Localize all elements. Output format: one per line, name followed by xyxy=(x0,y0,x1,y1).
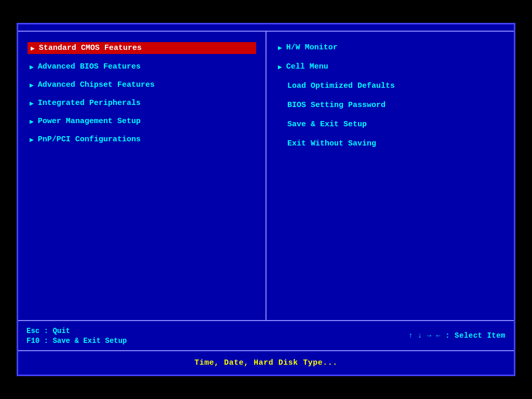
status-left: Esc : Quit F10 : Save & Exit Setup xyxy=(26,327,127,345)
right-menu-item-load-defaults[interactable]: Load Optimized Defaults xyxy=(276,81,504,91)
menu-item-label: Integrated Peripherals xyxy=(38,99,141,108)
left-menu-item-advanced-chipset[interactable]: ▶Advanced Chipset Features xyxy=(28,79,256,90)
menu-item-label: Cell Menu xyxy=(286,62,328,71)
bios-screen: ▶Standard CMOS Features▶Advanced BIOS Fe… xyxy=(17,23,515,376)
menu-item-label: H/W Monitor xyxy=(286,43,338,52)
right-menu-item-bios-password[interactable]: BIOS Setting Password xyxy=(276,100,504,111)
menu-arrow-icon: ▶ xyxy=(278,44,282,52)
menu-item-label: Save & Exit Setup xyxy=(287,120,367,129)
item-description: Time, Date, Hard Disk Type... xyxy=(18,351,514,375)
bios-title xyxy=(18,24,514,32)
menu-arrow-icon: ▶ xyxy=(30,81,34,89)
menu-arrow-icon: ▶ xyxy=(31,44,35,52)
menu-item-label: Advanced Chipset Features xyxy=(38,81,155,89)
right-menu-item-save-exit[interactable]: Save & Exit Setup xyxy=(276,119,504,130)
menu-item-label: Power Management Setup xyxy=(38,117,141,126)
right-menu: ▶H/W Monitor▶Cell MenuLoad Optimized Def… xyxy=(267,32,514,320)
left-menu-item-advanced-bios[interactable]: ▶Advanced BIOS Features xyxy=(28,61,256,72)
right-menu-item-exit-no-save[interactable]: Exit Without Saving xyxy=(276,138,504,149)
menu-arrow-icon: ▶ xyxy=(30,136,34,144)
left-menu-item-power-management[interactable]: ▶Power Management Setup xyxy=(28,116,256,127)
status-f10: F10 : Save & Exit Setup xyxy=(26,337,127,345)
menu-arrow-icon: ▶ xyxy=(278,63,282,71)
menu-item-label: PnP/PCI Configurations xyxy=(38,135,141,144)
menu-arrow-icon: ▶ xyxy=(30,117,34,126)
left-menu-item-standard-cmos[interactable]: ▶Standard CMOS Features xyxy=(28,42,256,54)
menu-item-label: Load Optimized Defaults xyxy=(287,82,395,90)
menu-arrow-icon: ▶ xyxy=(30,63,34,71)
left-menu: ▶Standard CMOS Features▶Advanced BIOS Fe… xyxy=(18,32,267,320)
status-esc: Esc : Quit xyxy=(26,327,127,335)
menu-item-label: BIOS Setting Password xyxy=(287,101,385,110)
status-bar: Esc : Quit F10 : Save & Exit Setup ↑ ↓ →… xyxy=(18,321,514,351)
right-menu-item-cell-menu[interactable]: ▶Cell Menu xyxy=(276,61,504,72)
menu-item-label: Advanced BIOS Features xyxy=(38,62,141,71)
menu-item-label: Exit Without Saving xyxy=(287,139,376,148)
right-menu-item-hw-monitor[interactable]: ▶H/W Monitor xyxy=(276,42,504,53)
bios-main-area: ▶Standard CMOS Features▶Advanced BIOS Fe… xyxy=(18,32,514,321)
menu-item-label: Standard CMOS Features xyxy=(39,44,142,52)
left-menu-item-integrated-peripherals[interactable]: ▶Integrated Peripherals xyxy=(28,98,256,109)
left-menu-item-pnp-pci[interactable]: ▶PnP/PCI Configurations xyxy=(28,134,256,145)
menu-arrow-icon: ▶ xyxy=(30,99,34,108)
status-right: ↑ ↓ → ← : Select Item xyxy=(408,331,506,340)
